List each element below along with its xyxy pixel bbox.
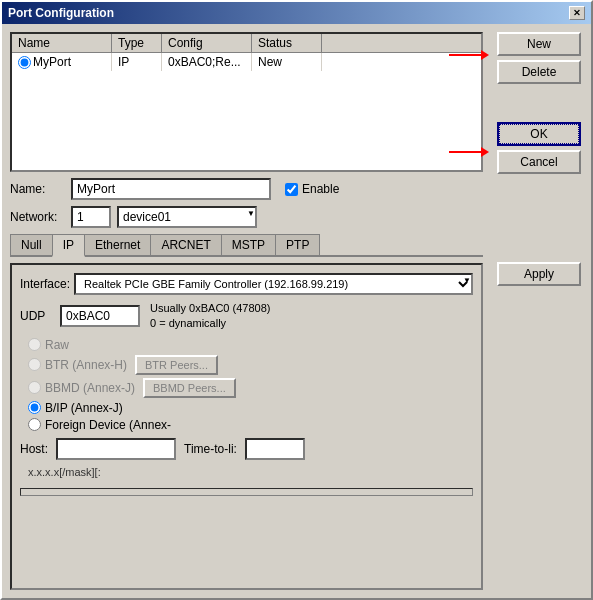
bbmd-row: BBMD (Annex-J) BBMD Peers... [28,378,473,398]
btr-peers-button: BTR Peers... [135,355,218,375]
btr-label: BTR (Annex-H) [45,358,127,372]
tab-ip[interactable]: IP [52,234,85,257]
table-row[interactable]: MyPort IP 0xBAC0;Re... New [12,53,481,71]
device-select[interactable]: device01 [117,206,257,228]
name-row: Name: Enable [10,178,483,200]
title-bar-controls: ✕ [569,6,585,20]
foreign-label: Foreign Device (Annex- [45,418,171,432]
tab-ptp[interactable]: PTP [275,234,320,255]
arrow-ok-icon [449,147,489,170]
window-title: Port Configuration [8,6,114,20]
radio-btr: BTR (Annex-H) [28,358,127,372]
network-input[interactable] [71,206,111,228]
interface-select[interactable]: Realtek PCIe GBE Family Controller (192.… [74,273,473,295]
svg-marker-3 [481,147,489,157]
network-label: Network: [10,210,65,224]
cell-status: New [252,53,322,71]
bbmd-radio [28,381,41,394]
radio-bip: B/IP (Annex-J) [28,401,473,415]
host-label: Host: [20,442,48,456]
bip-label: B/IP (Annex-J) [45,401,123,415]
enable-group: Enable [285,182,339,196]
close-button[interactable]: ✕ [569,6,585,20]
main-panel: Name Type Config Status MyPort IP 0xBAC0… [2,24,491,598]
tab-null[interactable]: Null [10,234,53,255]
tab-ethernet[interactable]: Ethernet [84,234,151,255]
udp-input[interactable] [60,305,140,327]
device-select-wrapper: device01 [117,206,257,228]
interface-row: Interface: Realtek PCIe GBE Family Contr… [20,273,473,295]
side-panel: New Delete OK Cancel Apply [491,24,591,598]
interface-label: Interface: [20,277,70,291]
interface-select-wrapper: Realtek PCIe GBE Family Controller (192.… [74,273,473,295]
radio-bbmd: BBMD (Annex-J) [28,381,135,395]
col-header-type: Type [112,34,162,52]
host-row: Host: Time-to-li: [20,438,473,460]
table-header: Name Type Config Status [12,34,481,53]
raw-radio [28,338,41,351]
new-button[interactable]: New [497,32,581,56]
tab-mstp[interactable]: MSTP [221,234,276,255]
mask-text: x.x.x.x[/mask][: [20,466,473,478]
delete-button[interactable]: Delete [497,60,581,84]
btr-radio [28,358,41,371]
udp-note: Usually 0xBAC0 (47808) 0 = dynamically [150,301,270,332]
spacer2 [497,178,585,258]
enable-label: Enable [302,182,339,196]
scrollbar[interactable] [20,488,473,496]
udp-row: UDP Usually 0xBAC0 (47808) 0 = dynamical… [20,301,473,332]
btr-row: BTR (Annex-H) BTR Peers... [28,355,473,375]
window-content: Name Type Config Status MyPort IP 0xBAC0… [2,24,591,598]
host-input[interactable] [56,438,176,460]
apply-button[interactable]: Apply [497,262,581,286]
time-input[interactable] [245,438,305,460]
port-configuration-window: Port Configuration ✕ Name Type Config St… [0,0,593,600]
ip-tab-content: Interface: Realtek PCIe GBE Family Contr… [10,263,483,590]
spacer1 [497,88,585,118]
radio-raw: Raw [28,338,473,352]
col-header-config: Config [162,34,252,52]
network-row: Network: device01 [10,206,483,228]
tabs-container: Null IP Ethernet ARCNET MSTP PTP [10,234,483,257]
raw-label: Raw [45,338,69,352]
arrow-new-icon [449,50,489,75]
svg-marker-1 [481,50,489,60]
bbmd-label: BBMD (Annex-J) [45,381,135,395]
col-header-status: Status [252,34,322,52]
cell-config: 0xBAC0;Re... [162,53,252,71]
udp-label: UDP [20,309,50,323]
foreign-radio[interactable] [28,418,41,431]
enable-checkbox[interactable] [285,183,298,196]
tab-arcnet[interactable]: ARCNET [150,234,221,255]
cancel-button[interactable]: Cancel [497,150,581,174]
col-header-name: Name [12,34,112,52]
name-input[interactable] [71,178,271,200]
row-radio[interactable] [18,56,31,69]
radio-foreign: Foreign Device (Annex- [28,418,473,432]
cell-name: MyPort [12,53,112,71]
cell-type: IP [112,53,162,71]
ok-button[interactable]: OK [497,122,581,146]
radio-group: Raw BTR (Annex-H) BTR Peers... BBMD (Ann… [20,338,473,432]
name-label: Name: [10,182,65,196]
title-bar: Port Configuration ✕ [2,2,591,24]
time-label: Time-to-li: [184,442,237,456]
port-table: Name Type Config Status MyPort IP 0xBAC0… [10,32,483,172]
bip-radio[interactable] [28,401,41,414]
bbmd-peers-button: BBMD Peers... [143,378,236,398]
